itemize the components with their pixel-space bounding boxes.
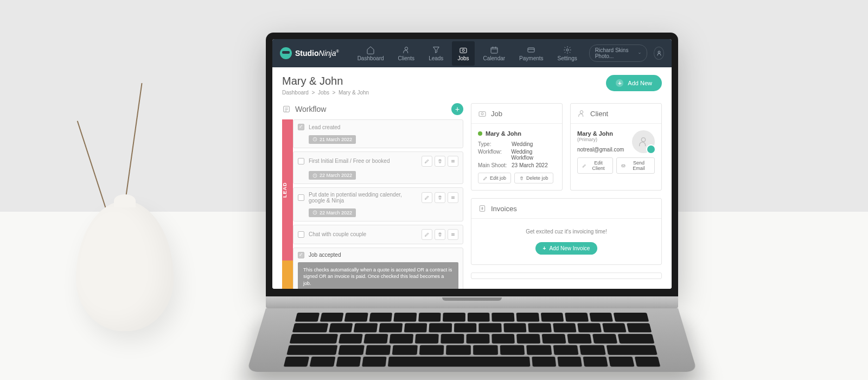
account-dropdown[interactable]: Richard Skins Photo...	[589, 45, 648, 62]
task-note: This checks automatically when a quote i…	[298, 262, 458, 289]
breadcrumb: Dashboard > Jobs > Mary & John	[282, 90, 369, 96]
person-icon	[637, 136, 649, 148]
client-card: Client Mary & John (Primary) notreal@gma…	[570, 103, 662, 191]
task-checkbox[interactable]	[298, 194, 304, 201]
drag-icon	[450, 159, 456, 164]
crumb-dashboard[interactable]: Dashboard	[282, 90, 309, 96]
pencil-icon	[424, 232, 430, 237]
job-card: Job Mary & John Type:Wedding Workflow:We…	[471, 103, 563, 191]
clock-icon	[312, 210, 317, 215]
avatar[interactable]	[632, 130, 655, 153]
add-invoice-button[interactable]: +Add New Invoice	[535, 242, 598, 255]
pencil-icon	[582, 163, 586, 168]
trash-icon	[437, 232, 443, 237]
drag-task-button[interactable]	[448, 229, 458, 240]
clock-icon	[312, 173, 317, 178]
job-card-heading: Job	[471, 104, 562, 124]
task-checkbox[interactable]	[298, 231, 304, 238]
edit-job-button[interactable]: Edit job	[478, 173, 511, 183]
camera-icon	[478, 109, 487, 118]
delete-task-button[interactable]	[435, 192, 445, 203]
delete-task-button[interactable]	[435, 156, 445, 167]
invoice-empty-text: Get excited cuz it's invoicing time!	[478, 229, 655, 235]
top-navigation: StudioNinja® Dashboard Clients Leads Job…	[272, 39, 672, 67]
add-new-button[interactable]: +Add New	[606, 75, 662, 91]
client-card-heading: Client	[571, 104, 661, 124]
invoices-card: Invoices Get excited cuz it's invoicing …	[471, 198, 662, 265]
chevron-down-icon	[638, 51, 641, 55]
crumb-current: Mary & John	[339, 90, 369, 96]
crumb-jobs[interactable]: Jobs	[318, 90, 329, 96]
stage-label-lead: LEAD	[282, 119, 293, 261]
svg-point-6	[658, 51, 660, 53]
user-icon	[577, 109, 586, 118]
task-checkbox[interactable]	[298, 252, 304, 258]
task-title: Chat with couple couple	[309, 231, 417, 237]
nav-clients[interactable]: Clients	[393, 41, 420, 66]
drag-task-button[interactable]	[448, 192, 458, 203]
gear-icon	[563, 46, 572, 54]
svg-point-2	[462, 49, 464, 51]
page-title: Mary & John	[282, 75, 369, 87]
edit-task-button[interactable]	[422, 192, 432, 203]
drag-task-button[interactable]	[448, 156, 458, 167]
edit-client-button[interactable]: Edit Client	[577, 157, 613, 174]
invoices-heading: Invoices	[471, 199, 661, 219]
task-checkbox[interactable]	[298, 158, 304, 164]
svg-point-14	[481, 113, 483, 115]
drag-icon	[450, 195, 456, 200]
user-menu[interactable]	[654, 47, 664, 60]
clock-icon	[312, 137, 317, 142]
svg-rect-1	[460, 48, 467, 53]
task-item: First Initial Email / Free or booked 22 …	[293, 151, 463, 185]
task-title: Lead created	[309, 124, 458, 130]
trash-icon	[437, 159, 443, 164]
task-item: Chat with couple couple	[293, 225, 463, 244]
status-dot	[478, 131, 482, 136]
nav-payments[interactable]: Payments	[514, 41, 548, 66]
add-workflow-step-button[interactable]: +	[451, 103, 463, 115]
camera-icon	[459, 46, 468, 54]
pencil-icon	[483, 176, 488, 181]
svg-point-5	[566, 49, 569, 51]
brand-text: StudioNinja®	[295, 49, 339, 58]
task-date-chip: 22 March 2022	[309, 208, 356, 217]
edit-task-button[interactable]	[422, 229, 432, 240]
delete-job-button[interactable]: Delete job	[514, 173, 553, 183]
stage-label-job	[282, 261, 293, 289]
svg-point-0	[405, 47, 407, 49]
nav-settings[interactable]: Settings	[552, 41, 583, 66]
task-date-chip: 22 March 2022	[309, 171, 356, 180]
dollar-icon	[478, 204, 487, 213]
task-item: Job accepted This checks automatically w…	[293, 248, 463, 289]
task-title: Job accepted	[309, 252, 458, 258]
mail-icon	[621, 163, 626, 168]
laptop-mockup: StudioNinja® Dashboard Clients Leads Job…	[266, 33, 678, 380]
job-name: Mary & John	[478, 130, 556, 137]
nav-jobs[interactable]: Jobs	[452, 41, 474, 66]
pencil-icon	[424, 159, 430, 164]
brand-logo[interactable]: StudioNinja®	[280, 47, 339, 59]
svg-rect-17	[622, 164, 625, 167]
client-email: notreal@gmail.com	[577, 147, 627, 153]
task-item: Lead created 21 March 2022	[293, 119, 463, 148]
client-role: (Primary)	[577, 137, 627, 142]
task-item: Put date in potential wedding calender, …	[293, 187, 463, 221]
send-email-button[interactable]: Send Email	[616, 157, 655, 174]
drag-icon	[450, 232, 456, 237]
edit-task-button[interactable]	[422, 156, 432, 167]
task-checkbox[interactable]	[298, 124, 304, 130]
funnel-icon	[432, 46, 441, 54]
svg-rect-3	[491, 47, 497, 53]
ninja-icon	[280, 47, 292, 59]
task-title: First Initial Email / Free or booked	[309, 158, 417, 164]
nav-dashboard[interactable]: Dashboard	[352, 41, 390, 66]
list-icon	[282, 105, 291, 113]
task-date-chip: 21 March 2022	[309, 135, 356, 144]
nav-calendar[interactable]: Calendar	[478, 41, 511, 66]
trash-icon	[519, 176, 524, 181]
delete-task-button[interactable]	[435, 229, 445, 240]
workflow-heading: Workflow	[282, 105, 326, 113]
svg-point-16	[641, 138, 645, 142]
nav-leads[interactable]: Leads	[423, 41, 449, 66]
